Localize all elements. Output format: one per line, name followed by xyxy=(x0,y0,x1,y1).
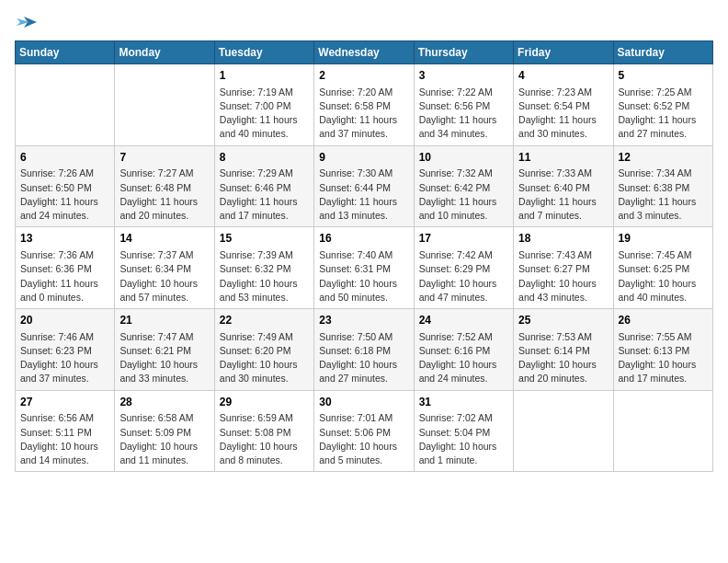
day-number: 23 xyxy=(319,313,408,328)
day-info: Sunrise: 7:33 AM Sunset: 6:40 PM Dayligh… xyxy=(518,167,608,223)
day-number: 4 xyxy=(518,68,608,84)
day-number: 31 xyxy=(419,395,508,410)
day-number: 19 xyxy=(619,231,708,247)
day-number: 10 xyxy=(419,150,508,166)
weekday-header-thursday: Thursday xyxy=(414,41,513,64)
day-info: Sunrise: 6:56 AM Sunset: 5:11 PM Dayligh… xyxy=(20,411,109,467)
day-info: Sunrise: 7:26 AM Sunset: 6:50 PM Dayligh… xyxy=(20,167,109,223)
weekday-header-saturday: Saturday xyxy=(613,41,712,64)
day-info: Sunrise: 7:50 AM Sunset: 6:18 PM Dayligh… xyxy=(319,330,408,386)
day-info: Sunrise: 7:52 AM Sunset: 6:16 PM Dayligh… xyxy=(419,330,508,386)
day-number: 22 xyxy=(220,313,309,328)
calendar-cell: 8Sunrise: 7:29 AM Sunset: 6:46 PM Daylig… xyxy=(214,145,313,227)
calendar-cell: 16Sunrise: 7:40 AM Sunset: 6:31 PM Dayli… xyxy=(314,227,414,309)
calendar-cell: 3Sunrise: 7:22 AM Sunset: 6:56 PM Daylig… xyxy=(414,64,513,146)
day-number: 12 xyxy=(619,150,708,166)
calendar-cell: 21Sunrise: 7:47 AM Sunset: 6:21 PM Dayli… xyxy=(115,309,214,391)
day-info: Sunrise: 7:47 AM Sunset: 6:21 PM Dayligh… xyxy=(119,330,209,386)
calendar-cell: 10Sunrise: 7:32 AM Sunset: 6:42 PM Dayli… xyxy=(414,145,513,227)
calendar-cell: 13Sunrise: 7:36 AM Sunset: 6:36 PM Dayli… xyxy=(16,227,115,309)
day-number: 2 xyxy=(319,68,408,84)
day-info: Sunrise: 7:32 AM Sunset: 6:42 PM Dayligh… xyxy=(419,167,508,223)
day-info: Sunrise: 7:19 AM Sunset: 7:00 PM Dayligh… xyxy=(220,86,309,142)
logo-bird-icon xyxy=(17,15,37,31)
calendar-cell: 5Sunrise: 7:25 AM Sunset: 6:52 PM Daylig… xyxy=(613,64,712,146)
day-info: Sunrise: 7:34 AM Sunset: 6:38 PM Dayligh… xyxy=(619,167,708,223)
calendar-cell: 31Sunrise: 7:02 AM Sunset: 5:04 PM Dayli… xyxy=(414,390,513,472)
calendar-cell: 4Sunrise: 7:23 AM Sunset: 6:54 PM Daylig… xyxy=(514,64,613,146)
day-info: Sunrise: 6:59 AM Sunset: 5:08 PM Dayligh… xyxy=(220,411,309,467)
day-info: Sunrise: 7:39 AM Sunset: 6:32 PM Dayligh… xyxy=(220,248,309,304)
day-number: 6 xyxy=(20,150,109,166)
day-number: 9 xyxy=(319,150,408,166)
calendar-cell xyxy=(613,390,712,472)
day-info: Sunrise: 7:01 AM Sunset: 5:06 PM Dayligh… xyxy=(319,411,408,467)
day-number: 29 xyxy=(220,395,309,410)
calendar-week-row: 13Sunrise: 7:36 AM Sunset: 6:36 PM Dayli… xyxy=(16,227,713,309)
calendar-cell: 23Sunrise: 7:50 AM Sunset: 6:18 PM Dayli… xyxy=(314,309,414,391)
weekday-header-wednesday: Wednesday xyxy=(314,41,414,64)
day-info: Sunrise: 7:02 AM Sunset: 5:04 PM Dayligh… xyxy=(419,411,508,467)
calendar-cell: 14Sunrise: 7:37 AM Sunset: 6:34 PM Dayli… xyxy=(115,227,214,309)
day-info: Sunrise: 7:43 AM Sunset: 6:27 PM Dayligh… xyxy=(518,248,608,304)
calendar-cell: 25Sunrise: 7:53 AM Sunset: 6:14 PM Dayli… xyxy=(514,309,613,391)
day-number: 11 xyxy=(518,150,608,166)
day-number: 17 xyxy=(419,231,508,247)
logo xyxy=(15,15,37,33)
day-number: 26 xyxy=(619,313,708,328)
calendar-week-row: 1Sunrise: 7:19 AM Sunset: 7:00 PM Daylig… xyxy=(16,64,713,146)
calendar-cell: 22Sunrise: 7:49 AM Sunset: 6:20 PM Dayli… xyxy=(214,309,313,391)
weekday-header-friday: Friday xyxy=(514,41,613,64)
calendar-cell: 20Sunrise: 7:46 AM Sunset: 6:23 PM Dayli… xyxy=(16,309,115,391)
day-number: 14 xyxy=(119,231,209,247)
day-info: Sunrise: 7:55 AM Sunset: 6:13 PM Dayligh… xyxy=(619,330,708,386)
day-number: 3 xyxy=(419,68,508,84)
day-info: Sunrise: 7:29 AM Sunset: 6:46 PM Dayligh… xyxy=(220,167,309,223)
day-info: Sunrise: 7:40 AM Sunset: 6:31 PM Dayligh… xyxy=(319,248,408,304)
day-info: Sunrise: 7:37 AM Sunset: 6:34 PM Dayligh… xyxy=(119,248,209,304)
calendar-table: SundayMondayTuesdayWednesdayThursdayFrid… xyxy=(15,40,713,472)
calendar-header-row: SundayMondayTuesdayWednesdayThursdayFrid… xyxy=(16,41,713,64)
day-info: Sunrise: 7:46 AM Sunset: 6:23 PM Dayligh… xyxy=(20,330,109,386)
day-info: Sunrise: 7:30 AM Sunset: 6:44 PM Dayligh… xyxy=(319,167,408,223)
day-number: 20 xyxy=(20,313,109,328)
calendar-cell: 17Sunrise: 7:42 AM Sunset: 6:29 PM Dayli… xyxy=(414,227,513,309)
day-number: 16 xyxy=(319,231,408,247)
day-info: Sunrise: 7:53 AM Sunset: 6:14 PM Dayligh… xyxy=(518,330,608,386)
day-number: 24 xyxy=(419,313,508,328)
calendar-cell: 9Sunrise: 7:30 AM Sunset: 6:44 PM Daylig… xyxy=(314,145,414,227)
day-number: 7 xyxy=(119,150,209,166)
calendar-cell: 15Sunrise: 7:39 AM Sunset: 6:32 PM Dayli… xyxy=(214,227,313,309)
calendar-cell: 30Sunrise: 7:01 AM Sunset: 5:06 PM Dayli… xyxy=(314,390,414,472)
calendar-cell xyxy=(115,64,214,146)
day-info: Sunrise: 6:58 AM Sunset: 5:09 PM Dayligh… xyxy=(119,411,209,467)
calendar-cell: 7Sunrise: 7:27 AM Sunset: 6:48 PM Daylig… xyxy=(115,145,214,227)
calendar-cell: 29Sunrise: 6:59 AM Sunset: 5:08 PM Dayli… xyxy=(214,390,313,472)
calendar-cell: 12Sunrise: 7:34 AM Sunset: 6:38 PM Dayli… xyxy=(613,145,712,227)
weekday-header-tuesday: Tuesday xyxy=(214,41,313,64)
day-number: 28 xyxy=(119,395,209,410)
calendar-week-row: 27Sunrise: 6:56 AM Sunset: 5:11 PM Dayli… xyxy=(16,390,713,472)
calendar-cell: 11Sunrise: 7:33 AM Sunset: 6:40 PM Dayli… xyxy=(514,145,613,227)
calendar-cell: 2Sunrise: 7:20 AM Sunset: 6:58 PM Daylig… xyxy=(314,64,414,146)
day-info: Sunrise: 7:45 AM Sunset: 6:25 PM Dayligh… xyxy=(619,248,708,304)
day-info: Sunrise: 7:23 AM Sunset: 6:54 PM Dayligh… xyxy=(518,86,608,142)
day-number: 8 xyxy=(220,150,309,166)
calendar-cell: 1Sunrise: 7:19 AM Sunset: 7:00 PM Daylig… xyxy=(214,64,313,146)
calendar-week-row: 20Sunrise: 7:46 AM Sunset: 6:23 PM Dayli… xyxy=(16,309,713,391)
calendar-cell: 27Sunrise: 6:56 AM Sunset: 5:11 PM Dayli… xyxy=(16,390,115,472)
day-info: Sunrise: 7:20 AM Sunset: 6:58 PM Dayligh… xyxy=(319,86,408,142)
day-number: 18 xyxy=(518,231,608,247)
calendar-cell: 26Sunrise: 7:55 AM Sunset: 6:13 PM Dayli… xyxy=(613,309,712,391)
weekday-header-sunday: Sunday xyxy=(16,41,115,64)
calendar-cell xyxy=(16,64,115,146)
calendar-cell: 19Sunrise: 7:45 AM Sunset: 6:25 PM Dayli… xyxy=(613,227,712,309)
weekday-header-monday: Monday xyxy=(115,41,214,64)
day-number: 27 xyxy=(20,395,109,410)
day-number: 15 xyxy=(220,231,309,247)
day-info: Sunrise: 7:36 AM Sunset: 6:36 PM Dayligh… xyxy=(20,248,109,304)
calendar-cell: 18Sunrise: 7:43 AM Sunset: 6:27 PM Dayli… xyxy=(514,227,613,309)
day-info: Sunrise: 7:22 AM Sunset: 6:56 PM Dayligh… xyxy=(419,86,508,142)
day-number: 25 xyxy=(518,313,608,328)
day-number: 21 xyxy=(119,313,209,328)
